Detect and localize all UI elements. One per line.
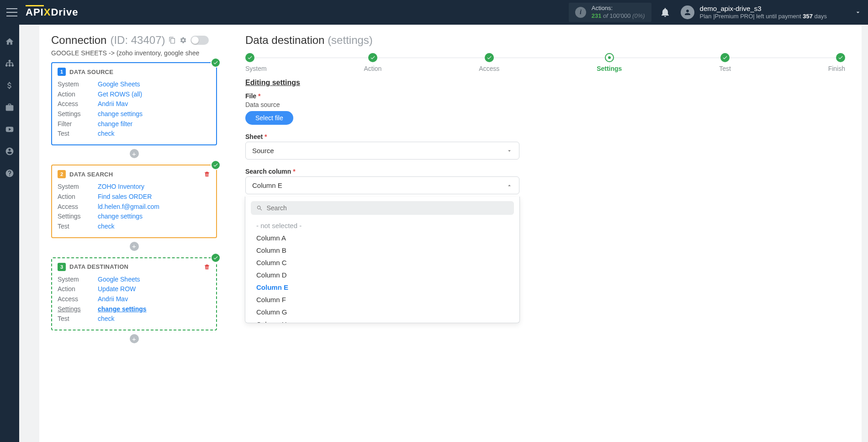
logo-api: API <box>26 5 44 18</box>
notifications-icon[interactable] <box>660 7 671 18</box>
info-icon: i <box>575 7 586 18</box>
actions-count: 231 <box>592 12 602 19</box>
logo[interactable]: APIXDrive <box>26 6 78 18</box>
user-info[interactable]: demo_apix-drive_s3 Plan |Premium PRO| le… <box>700 5 827 21</box>
username: demo_apix-drive_s3 <box>700 5 827 13</box>
avatar-icon[interactable] <box>681 5 694 19</box>
actions-usage[interactable]: i Actions: 231 of 100'000 (0%) <box>569 3 651 22</box>
logo-drive: Drive <box>51 6 78 18</box>
menu-toggle-icon[interactable] <box>6 8 17 16</box>
chevron-down-icon[interactable] <box>854 9 862 16</box>
app-header: APIXDrive i Actions: 231 of 100'000 (0%)… <box>0 0 868 25</box>
logo-x: X <box>44 6 51 18</box>
actions-label: Actions: <box>592 5 645 12</box>
